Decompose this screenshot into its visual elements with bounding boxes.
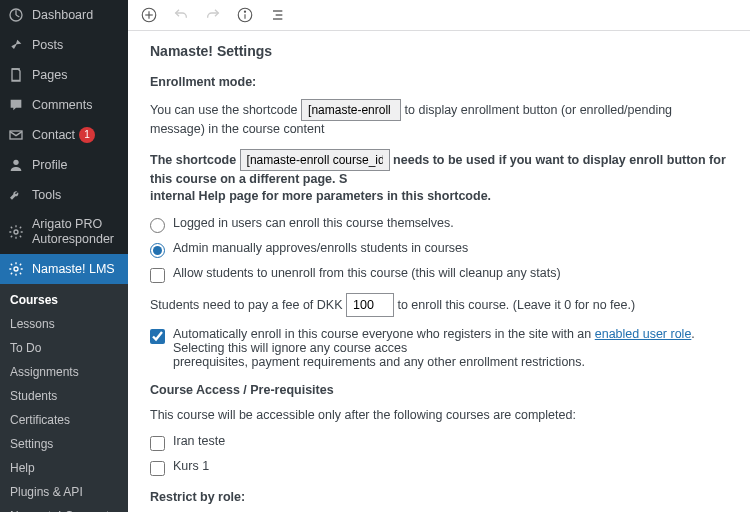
- submenu-item-settings[interactable]: Settings: [0, 432, 128, 456]
- notification-badge: 1: [79, 127, 95, 143]
- submenu-item-plugins-api[interactable]: Plugins & API: [0, 480, 128, 504]
- submenu-item-namaste-connect[interactable]: Namaste! Connect: [0, 504, 128, 512]
- sidebar-item-profile[interactable]: Profile: [0, 150, 128, 180]
- shortcode2-pre: The shortcode: [150, 153, 236, 167]
- enrollment-heading: Enrollment mode:: [150, 75, 728, 89]
- auto-enroll-checkbox[interactable]: [150, 329, 165, 344]
- outline-icon[interactable]: [268, 6, 286, 24]
- shortcode1-pre: You can use the shortcode: [150, 103, 298, 117]
- sidebar-item-tools[interactable]: Tools: [0, 180, 128, 210]
- enroll-mode-admin[interactable]: Admin manually approves/enrolls students…: [150, 241, 728, 258]
- prereq-1[interactable]: Iran teste: [150, 434, 728, 451]
- mail-icon: [8, 127, 26, 143]
- svg-point-2: [13, 160, 18, 165]
- enroll-admin-radio[interactable]: [150, 243, 165, 258]
- auto-enroll-line2: prerequisites, payment requirements and …: [173, 355, 585, 369]
- allow-unenroll-label: Allow students to unenroll from this cou…: [173, 266, 561, 280]
- add-block-icon[interactable]: [140, 6, 158, 24]
- shortcode1-input[interactable]: [301, 99, 401, 121]
- admin-sidebar: DashboardPostsPagesCommentsContact1Profi…: [0, 0, 128, 512]
- sidebar-item-label: Profile: [32, 158, 67, 173]
- shortcode2-input[interactable]: [240, 149, 390, 171]
- enabled-user-role-link[interactable]: enabled user role: [595, 327, 692, 341]
- redo-icon[interactable]: [204, 6, 222, 24]
- sidebar-item-label: Namaste! LMS: [32, 262, 115, 277]
- enroll-admin-label: Admin manually approves/enrolls students…: [173, 241, 468, 255]
- sidebar-item-label: Tools: [32, 188, 61, 203]
- submenu-item-lessons[interactable]: Lessons: [0, 312, 128, 336]
- sidebar-item-pages[interactable]: Pages: [0, 60, 128, 90]
- prereq-2-checkbox[interactable]: [150, 461, 165, 476]
- comment-icon: [8, 97, 26, 113]
- submenu-item-students[interactable]: Students: [0, 384, 128, 408]
- dashboard-icon: [8, 7, 26, 23]
- gear-icon: [8, 261, 26, 277]
- restrict-heading: Restrict by role:: [150, 490, 728, 504]
- sidebar-item-posts[interactable]: Posts: [0, 30, 128, 60]
- sidebar-item-arigato-pro-autoresponder[interactable]: Arigato PRO Autoresponder: [0, 210, 128, 254]
- enroll-self-label: Logged in users can enroll this course t…: [173, 216, 454, 230]
- prereq-1-checkbox[interactable]: [150, 436, 165, 451]
- user-icon: [8, 157, 26, 173]
- main-panel: Namaste! Settings Enrollment mode: You c…: [128, 0, 750, 512]
- page-title: Namaste! Settings: [150, 43, 728, 59]
- editor-toolbar: [128, 0, 750, 31]
- pin-icon: [8, 37, 26, 53]
- prereq-2[interactable]: Kurs 1: [150, 459, 728, 476]
- sidebar-item-label: Dashboard: [32, 8, 93, 23]
- allow-unenroll[interactable]: Allow students to unenroll from this cou…: [150, 266, 728, 283]
- auto-enroll-pre: Automatically enroll in this course ever…: [173, 327, 595, 341]
- allow-unenroll-checkbox[interactable]: [150, 268, 165, 283]
- sidebar-item-label: Pages: [32, 68, 67, 83]
- sidebar-item-label: Posts: [32, 38, 63, 53]
- undo-icon[interactable]: [172, 6, 190, 24]
- enroll-mode-self[interactable]: Logged in users can enroll this course t…: [150, 216, 728, 233]
- fee-input[interactable]: [346, 293, 394, 317]
- auto-enroll-text: Automatically enroll in this course ever…: [173, 327, 728, 369]
- sidebar-item-contact[interactable]: Contact1: [0, 120, 128, 150]
- access-heading: Course Access / Pre-requisites: [150, 383, 728, 397]
- submenu-item-assignments[interactable]: Assignments: [0, 360, 128, 384]
- fee-post: to enroll this course. (Leave it 0 for n…: [397, 298, 635, 312]
- access-text: This course will be accessible only afte…: [150, 407, 728, 425]
- shortcode2-line2: internal Help page for more parameters i…: [150, 189, 491, 203]
- page-icon: [8, 67, 26, 83]
- submenu-item-help[interactable]: Help: [0, 456, 128, 480]
- gear-icon: [8, 224, 26, 240]
- svg-point-3: [14, 230, 18, 234]
- svg-point-4: [14, 267, 18, 271]
- fee-pre: Students need to pay a fee of DKK: [150, 298, 343, 312]
- prereq-1-label: Iran teste: [173, 434, 225, 448]
- sidebar-item-comments[interactable]: Comments: [0, 90, 128, 120]
- svg-point-10: [244, 11, 245, 12]
- sidebar-item-label: Arigato PRO Autoresponder: [32, 217, 120, 247]
- shortcode2-post: needs to be used if you want to display …: [150, 153, 726, 186]
- auto-enroll[interactable]: Automatically enroll in this course ever…: [150, 327, 728, 369]
- submenu-item-to-do[interactable]: To Do: [0, 336, 128, 360]
- sidebar-item-dashboard[interactable]: Dashboard: [0, 0, 128, 30]
- prereq-2-label: Kurs 1: [173, 459, 209, 473]
- sidebar-item-namaste-lms[interactable]: Namaste! LMS: [0, 254, 128, 284]
- info-icon[interactable]: [236, 6, 254, 24]
- submenu-item-courses[interactable]: Courses: [0, 288, 128, 312]
- sidebar-item-label: Comments: [32, 98, 92, 113]
- sidebar-item-label: Contact: [32, 128, 75, 143]
- submenu-item-certificates[interactable]: Certificates: [0, 408, 128, 432]
- tools-icon: [8, 187, 26, 203]
- enroll-self-radio[interactable]: [150, 218, 165, 233]
